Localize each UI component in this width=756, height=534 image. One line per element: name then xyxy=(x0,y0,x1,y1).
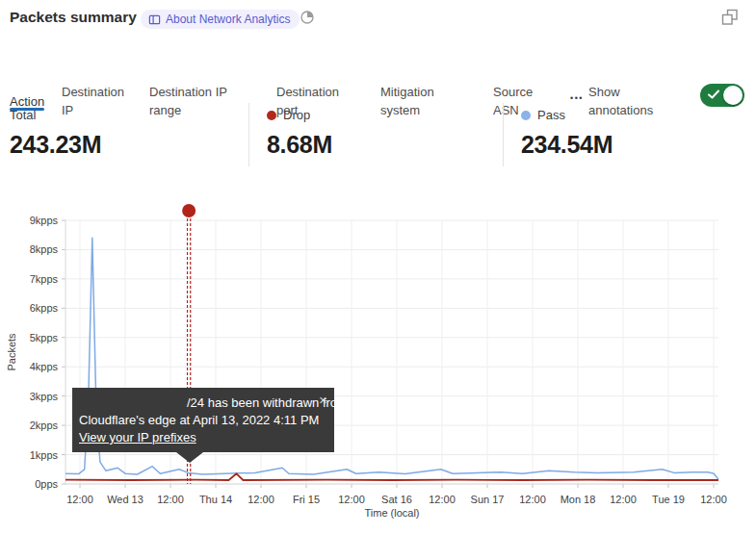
x-tick-label: 12:00 xyxy=(66,494,93,505)
x-tick-label: 12:00 xyxy=(610,494,637,505)
y-tick-label: 8kpps xyxy=(30,243,59,255)
pass-label-text: Pass xyxy=(537,108,565,122)
stat-total-label: Total xyxy=(10,108,36,122)
x-tick-label: 12:00 xyxy=(519,494,546,505)
y-axis-title: Packets xyxy=(6,333,17,371)
packets-time-series-chart: 9kpps8kpps7kpps6kpps5kpps4kpps3kpps2kpps… xyxy=(0,197,756,534)
x-tick-label: Thu 14 xyxy=(199,494,232,505)
y-tick-label: 6kpps xyxy=(30,302,59,314)
about-network-analytics-badge[interactable]: About Network Analytics xyxy=(141,10,300,29)
x-tick-label: 12:00 xyxy=(429,494,456,505)
stat-pass-value: 234.54M xyxy=(521,131,613,159)
y-tick-label: 2kpps xyxy=(30,420,59,431)
about-badge-label: About Network Analytics xyxy=(166,13,290,26)
x-tick-label: 12:00 xyxy=(157,494,184,505)
page-title: Packets summary xyxy=(10,9,137,26)
total-label-text: Total xyxy=(10,108,36,122)
y-tick-label: 5kpps xyxy=(30,332,59,343)
y-tick-label: 3kpps xyxy=(30,391,59,402)
show-annotations-label: Show annotations xyxy=(588,83,675,119)
y-tick-label: 9kpps xyxy=(30,215,59,226)
stat-total-value: 243.23M xyxy=(10,131,101,159)
tab-destination-ip[interactable]: Destination IP xyxy=(62,83,139,119)
x-tick-label: 12:00 xyxy=(700,494,727,505)
tooltip-caret xyxy=(176,452,203,463)
view-ip-prefixes-link[interactable]: View your IP prefixes xyxy=(79,429,196,446)
tooltip-line2: Cloudflare's edge at April 13, 2022 4:11… xyxy=(79,412,325,429)
x-tick-label: Sun 17 xyxy=(471,494,505,505)
x-tick-label: 12:00 xyxy=(248,494,274,505)
more-tabs-ellipsis-icon[interactable]: ••• xyxy=(570,93,584,103)
annotation-dot xyxy=(182,204,196,217)
tab-destination-ip-range[interactable]: Destination IP range xyxy=(149,83,257,119)
y-tick-label: 1kpps xyxy=(30,449,59,461)
y-tick-label: 0pps xyxy=(35,478,58,490)
y-tick-label: 7kpps xyxy=(30,273,59,285)
stat-drop-label: Drop xyxy=(267,108,310,122)
x-tick-label: Wed 13 xyxy=(107,494,143,505)
packets-summary-panel: Packets summary About Network Analytics … xyxy=(0,0,756,534)
stat-pass-label: Pass xyxy=(521,108,565,122)
drop-legend-dot xyxy=(267,111,276,120)
show-annotations-toggle[interactable] xyxy=(700,84,744,107)
series-line-drop xyxy=(65,473,718,480)
x-tick-label: Fri 15 xyxy=(293,494,320,505)
tooltip-line1: /24 has been withdrawn from xyxy=(187,394,325,412)
y-tick-label: 4kpps xyxy=(30,361,59,372)
x-tick-label: Sat 16 xyxy=(381,494,412,505)
tab-mitigation-system[interactable]: Mitigation system xyxy=(380,83,469,119)
x-axis-title: Time (local) xyxy=(364,507,419,519)
x-tick-label: Mon 18 xyxy=(560,494,596,505)
stat-divider xyxy=(248,103,249,166)
toggle-knob xyxy=(723,86,743,105)
drop-label-text: Drop xyxy=(283,108,310,122)
stat-divider xyxy=(503,103,504,166)
book-icon xyxy=(148,13,161,26)
check-icon xyxy=(707,88,720,101)
expand-window-icon[interactable] xyxy=(720,8,740,27)
x-tick-label: Tue 19 xyxy=(652,494,685,505)
pass-legend-dot xyxy=(521,111,531,120)
stat-drop-value: 8.68M xyxy=(267,131,332,159)
dimension-tabs: Action Destination IP Destination IP ran… xyxy=(0,38,756,87)
close-icon[interactable]: ✕ xyxy=(319,392,327,409)
x-tick-label: 12:00 xyxy=(338,494,365,505)
time-window-icon[interactable] xyxy=(300,10,315,25)
annotation-tooltip: /24 has been withdrawn from Cloudflare's… xyxy=(72,388,334,452)
